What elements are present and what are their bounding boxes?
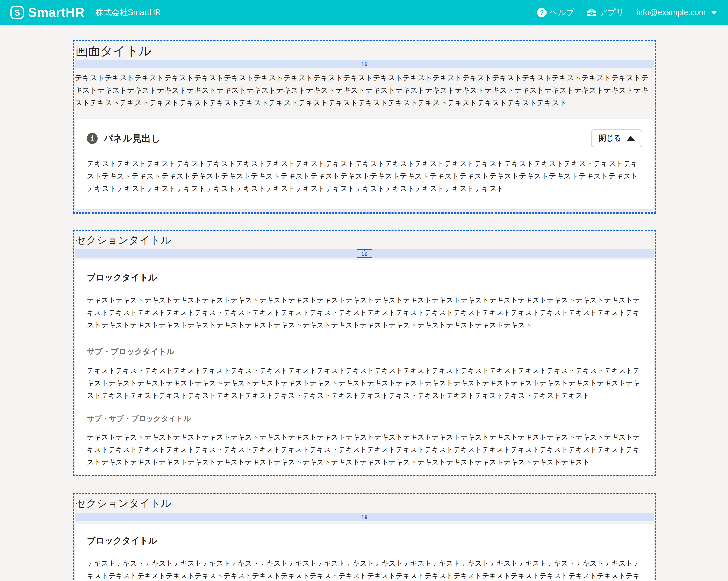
gap-size-value: 16 <box>361 514 367 520</box>
smarthr-logo-letter: S <box>14 7 20 18</box>
block-title: ブロックタイトル <box>87 272 642 283</box>
smarthr-logo[interactable]: S SmartHR <box>10 5 84 20</box>
block-text: テキストテキストテキストテキストテキストテキストテキストテキストテキストテキスト… <box>87 294 642 331</box>
gap-size-indicator: 16 <box>357 59 372 68</box>
smarthr-logo-icon: S <box>10 6 24 19</box>
gap-ruler-bar-top <box>357 513 372 513</box>
gap-band: 16 <box>75 59 654 68</box>
panel-header: i パネル見出し 閉じる <box>87 129 643 148</box>
account-dropdown[interactable]: info@example.com <box>636 8 717 17</box>
gap-ruler-tick-bottom <box>364 257 365 257</box>
gap-ruler-bar-bottom <box>357 68 372 68</box>
gap-band: 16 <box>75 249 654 258</box>
question-circle-icon: ? <box>537 8 547 17</box>
block-title: ブロックタイトル <box>87 535 642 547</box>
account-email: info@example.com <box>636 8 706 17</box>
section-title: セクションタイトル <box>75 497 654 509</box>
gap-ruler-bar-bottom <box>357 521 372 522</box>
gap-size-value: 16 <box>361 61 367 67</box>
sub-sub-block-title: サブ・サブ・ブロックタイトル <box>87 414 642 424</box>
base-block: ブロックタイトル テキストテキストテキストテキストテキストテキストテキストテキス… <box>75 260 654 475</box>
gap-size-value: 16 <box>361 251 367 257</box>
gap-ruler-tick-bottom <box>364 520 365 521</box>
gap-ruler-bar-top <box>357 59 372 60</box>
briefcase-icon <box>587 8 596 17</box>
gap-band: 16 <box>75 513 654 522</box>
company-name: 株式会社SmartHR <box>96 7 161 18</box>
info-icon: i <box>87 133 98 144</box>
help-label: ヘルプ <box>550 7 574 18</box>
main-content: 画面タイトル 16 テキストテキストテキストテキストテキストテキストテキストテキ… <box>0 25 728 581</box>
panel: i パネル見出し 閉じる テキストテキストテキストテキストテキストテキストテキス… <box>75 119 654 209</box>
help-link[interactable]: ? ヘルプ <box>537 7 574 18</box>
sub-block-title: サブ・ブロックタイトル <box>87 347 642 357</box>
section-title: セクションタイトル <box>75 234 654 246</box>
gap-size-indicator: 16 <box>357 513 372 522</box>
page-title: 画面タイトル <box>75 44 654 58</box>
panel-heading: パネル見出し <box>103 132 160 145</box>
chevron-up-icon <box>627 136 635 141</box>
apps-link[interactable]: アプリ <box>587 7 624 18</box>
gap-size-indicator: 16 <box>357 249 372 258</box>
gap-ruler-bar-bottom <box>357 257 372 258</box>
sub-block-text: テキストテキストテキストテキストテキストテキストテキストテキストテキストテキスト… <box>87 364 642 402</box>
gap-ruler-tick-bottom <box>364 67 365 67</box>
apps-label: アプリ <box>599 7 624 18</box>
sub-sub-block-text: テキストテキストテキストテキストテキストテキストテキストテキストテキストテキスト… <box>87 431 642 469</box>
section-debug-outline: セクションタイトル 16 ブロックタイトル テキストテキストテキストテキストテキ… <box>73 230 656 476</box>
close-panel-button[interactable]: 閉じる <box>591 129 643 148</box>
app-header: S SmartHR 株式会社SmartHR ? ヘルプ アプリ info@exa… <box>0 0 728 25</box>
block-text: テキストテキストテキストテキストテキストテキストテキストテキストテキストテキスト… <box>87 557 642 581</box>
close-button-label: 閉じる <box>599 133 621 144</box>
smarthr-logo-text: SmartHR <box>28 5 84 20</box>
panel-body-text: テキストテキストテキストテキストテキストテキストテキストテキストテキストテキスト… <box>87 157 643 195</box>
gap-ruler-bar-top <box>357 249 372 250</box>
base-block: ブロックタイトル テキストテキストテキストテキストテキストテキストテキストテキス… <box>75 524 654 581</box>
section-debug-outline: セクションタイトル 16 ブロックタイトル テキストテキストテキストテキストテキ… <box>73 493 656 581</box>
screen-debug-outline: 画面タイトル 16 テキストテキストテキストテキストテキストテキストテキストテキ… <box>73 40 656 213</box>
screen-lead-text: テキストテキストテキストテキストテキストテキストテキストテキストテキストテキスト… <box>75 72 654 109</box>
chevron-down-icon <box>711 11 717 15</box>
header-nav: ? ヘルプ アプリ info@example.com <box>537 7 717 18</box>
